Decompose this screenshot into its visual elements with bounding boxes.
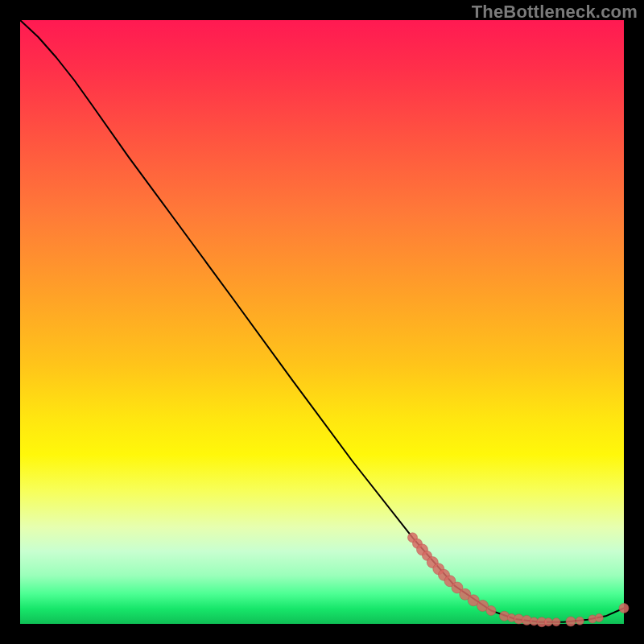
data-point [566, 617, 576, 626]
data-point [530, 617, 538, 625]
data-point [552, 618, 560, 626]
data-point [595, 614, 603, 622]
chart-stage: TheBottleneck.com [0, 0, 644, 644]
data-points-group [408, 533, 630, 627]
bottleneck-curve [20, 20, 624, 622]
data-point [619, 604, 629, 613]
data-point [486, 606, 496, 616]
data-point [576, 617, 584, 625]
data-point [544, 618, 552, 626]
chart-overlay [20, 20, 624, 624]
